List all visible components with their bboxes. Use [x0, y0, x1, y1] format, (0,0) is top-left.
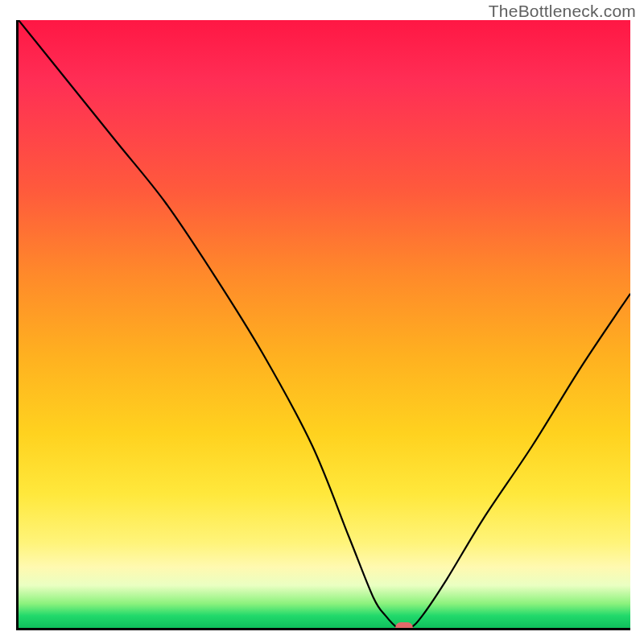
bottleneck-curve-path — [19, 20, 630, 628]
curve-svg — [19, 20, 630, 628]
optimal-point-marker — [395, 622, 413, 630]
watermark-text: TheBottleneck.com — [489, 2, 636, 21]
bottleneck-chart: TheBottleneck.com — [0, 0, 644, 644]
plot-area — [16, 20, 630, 630]
